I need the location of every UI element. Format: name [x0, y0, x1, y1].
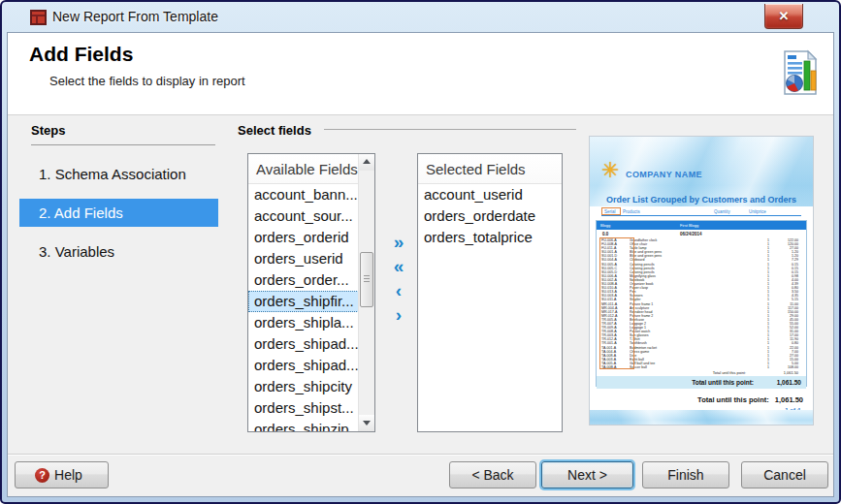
- available-fields-header: Available Fields: [248, 154, 374, 184]
- next-button[interactable]: Next >: [541, 461, 633, 488]
- group-bar-left: Blogg: [600, 221, 610, 230]
- window-title: New Report From Template: [52, 9, 218, 24]
- step-item-3[interactable]: 3. Variables: [19, 237, 218, 266]
- grand-total-label: Total until this point:: [697, 395, 769, 404]
- finish-button[interactable]: Finish: [642, 461, 729, 488]
- move-right-button[interactable]: ›: [388, 302, 409, 327]
- available-fields-list[interactable]: Available Fields account_bann...account_…: [247, 153, 375, 432]
- selected-fields-list[interactable]: Selected Fields account_useridorders_ord…: [417, 153, 563, 432]
- scroll-up-icon[interactable]: [359, 154, 374, 171]
- step-item-2[interactable]: 2. Add Fields: [19, 199, 218, 227]
- company-logo-icon: ✳: [601, 158, 619, 183]
- preview-column-headers: Serial Products Quantity Unitprice: [601, 208, 801, 216]
- preview-total-band: Total until this point: 1,061.50: [597, 376, 806, 389]
- scroll-down-icon[interactable]: [359, 415, 374, 431]
- available-scrollbar[interactable]: [358, 154, 374, 431]
- transfer-buttons: »«‹›: [388, 230, 409, 327]
- list-item[interactable]: orders_shipzip: [248, 419, 374, 432]
- dialog-window: New Report From Template ✕ Add Fields Se…: [0, 0, 841, 504]
- list-item[interactable]: orders_shipfir...: [248, 291, 374, 312]
- help-icon: ?: [35, 468, 49, 483]
- steps-list: 1. Schema Association2. Add Fields3. Var…: [19, 160, 218, 276]
- group-bar-center: First Blogg: [680, 221, 698, 230]
- select-fields-divider: [324, 129, 576, 130]
- company-name: COMPANY NAME: [626, 170, 702, 179]
- scrollbar-thumb[interactable]: [360, 252, 373, 307]
- group-row-center: 06/24/2014: [680, 230, 702, 238]
- list-item[interactable]: orders_orderid: [248, 227, 374, 248]
- preview-col-unitprice: Unitprice: [749, 209, 766, 214]
- selected-items: account_useridorders_orderdateorders_tot…: [418, 184, 562, 248]
- preview-report-title: Order List Grouped by Customers and Orde…: [590, 195, 813, 205]
- list-item[interactable]: orders_shipcity: [248, 376, 374, 397]
- list-item[interactable]: orders_userid: [248, 248, 374, 269]
- grand-total-value: 1,061.50: [775, 395, 803, 404]
- move-all-left-button[interactable]: «: [388, 254, 409, 278]
- wizard-content: Steps 1. Schema Association2. Add Fields…: [8, 115, 833, 454]
- preview-col-quantity: Quantity: [714, 209, 730, 214]
- available-items: account_bann...account_sour...orders_ord…: [248, 184, 374, 432]
- total-band-value: 1,061.50: [777, 376, 801, 389]
- wizard-header: Add Fields Select the fields to display …: [8, 33, 833, 115]
- steps-heading: Steps: [31, 123, 65, 138]
- preview-col-serial: Serial: [604, 209, 616, 214]
- preview-col-products: Products: [623, 209, 640, 214]
- help-label: Help: [54, 467, 82, 483]
- cancel-button[interactable]: Cancel: [741, 461, 828, 488]
- list-item[interactable]: orders_shipst...: [248, 397, 374, 419]
- list-item[interactable]: orders_orderdate: [418, 205, 562, 227]
- move-left-button[interactable]: ‹: [388, 278, 409, 302]
- app-icon: [30, 10, 47, 25]
- codes-highlight-box: [599, 237, 634, 369]
- list-item[interactable]: account_userid: [418, 184, 562, 205]
- step-item-1[interactable]: 1. Schema Association: [19, 160, 218, 188]
- page-subtitle: Select the fields to display in report: [49, 74, 245, 88]
- report-preview: ✳ COMPANY NAME Order List Grouped by Cus…: [590, 137, 813, 425]
- total-band-label: Total until this point:: [692, 376, 754, 389]
- preview-detail-band: Blogg First Blogg 0.0 06/24/2014 FU-006-…: [596, 220, 807, 387]
- steps-divider: [31, 144, 215, 145]
- page-title: Add Fields: [29, 43, 133, 66]
- help-button[interactable]: ? Help: [15, 461, 109, 488]
- list-item[interactable]: orders_totalprice: [418, 227, 562, 248]
- subtotal-label: Total until this point:: [713, 369, 746, 376]
- selected-fields-header: Selected Fields: [418, 154, 562, 184]
- close-button[interactable]: ✕: [764, 4, 803, 29]
- preview-footer-wave: [590, 410, 813, 425]
- preview-group-bar: Blogg First Blogg: [597, 221, 806, 230]
- title-bar[interactable]: New Report From Template ✕: [2, 2, 839, 32]
- subtotal-value: 1,061.50: [784, 369, 798, 376]
- move-all-right-button[interactable]: »: [388, 230, 409, 254]
- list-item[interactable]: orders_shipla...: [248, 312, 374, 333]
- list-item[interactable]: orders_order...: [248, 269, 374, 291]
- list-item[interactable]: account_sour...: [248, 205, 374, 227]
- select-fields-heading: Select fields: [238, 123, 311, 138]
- preview-subtotal-row: Total until this point: 1,061.50: [597, 369, 806, 376]
- list-item[interactable]: account_bann...: [248, 184, 374, 205]
- back-button[interactable]: < Back: [449, 461, 536, 488]
- preview-grand-total: Total until this point: 1,061.50: [694, 395, 803, 404]
- report-chart-icon: [783, 49, 818, 96]
- dialog-body: Add Fields Select the fields to display …: [7, 32, 834, 497]
- list-item[interactable]: orders_shipad...: [248, 355, 374, 376]
- button-bar: ? Help < Back Next > Finish Cancel: [8, 454, 833, 496]
- list-item[interactable]: orders_shipad...: [248, 333, 374, 355]
